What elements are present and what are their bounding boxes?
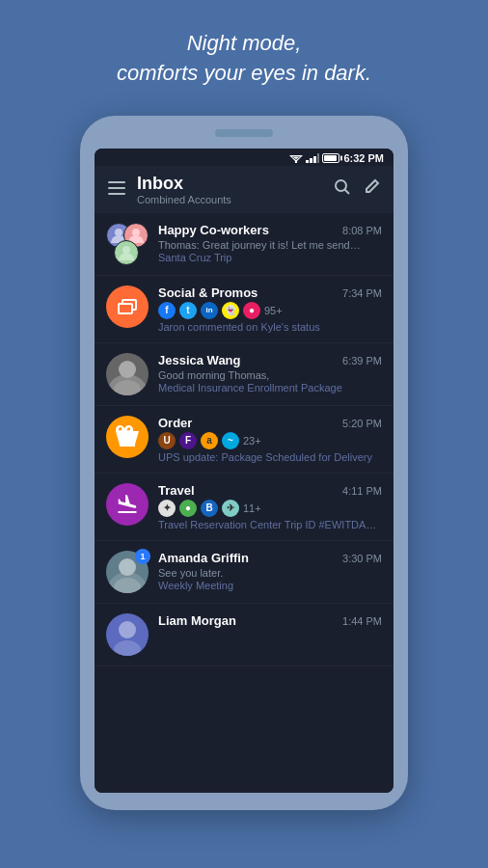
sender-name: Social & Promos xyxy=(158,285,337,300)
travel-badge2: ● xyxy=(179,500,197,517)
fedex-badge: F xyxy=(179,432,197,449)
message-preview: See you later. xyxy=(158,567,382,579)
avatar: 1 xyxy=(106,551,149,593)
message-subject xyxy=(158,642,382,654)
avatar xyxy=(106,223,149,265)
message-content: Jessica Wang 6:39 PM Good morning Thomas… xyxy=(158,353,382,393)
message-content: Liam Morgan 1:44 PM xyxy=(158,613,382,654)
battery-icon xyxy=(322,153,339,163)
top-bar: Inbox Combined Accounts xyxy=(95,166,393,213)
travel-badge3: B xyxy=(201,500,218,517)
search-icon[interactable] xyxy=(334,178,351,200)
status-icons xyxy=(289,153,339,163)
signal-icon xyxy=(306,153,319,163)
message-subject: Medical Insurance Enrollment Package xyxy=(158,382,382,393)
svg-rect-5 xyxy=(310,158,312,163)
message-preview xyxy=(158,630,382,641)
facebook-badge: f xyxy=(158,302,176,319)
svg-rect-6 xyxy=(313,156,316,163)
hamburger-menu-icon[interactable] xyxy=(108,179,125,200)
list-item[interactable]: Order 5:20 PM U F a ~ 23+ UPS update: Pa… xyxy=(95,406,393,474)
notification-badge: 1 xyxy=(135,549,150,564)
message-content: Social & Promos 7:34 PM f t in 👻 ● 95+ J… xyxy=(158,285,382,333)
message-time: 3:30 PM xyxy=(342,553,382,564)
sender-name: Amanda Griffin xyxy=(158,551,337,565)
tagline: Night mode, comforts your eyes in dark. xyxy=(88,29,400,89)
avatar xyxy=(106,613,149,656)
avatar xyxy=(106,483,149,526)
avatar xyxy=(106,416,149,458)
compose-icon[interactable] xyxy=(363,178,380,200)
message-subject: Jaron commented on Kyle's status xyxy=(158,321,382,333)
svg-rect-7 xyxy=(317,153,319,163)
list-item[interactable]: Liam Morgan 1:44 PM xyxy=(95,604,393,666)
list-item[interactable]: Happy Co-workers 8:08 PM Thomas: Great j… xyxy=(95,213,393,276)
avatar xyxy=(106,285,149,328)
svg-point-11 xyxy=(336,180,346,191)
message-preview: Good morning Thomas, xyxy=(158,369,382,381)
sender-name: Jessica Wang xyxy=(158,353,337,367)
svg-point-17 xyxy=(119,361,136,378)
message-preview: Thomas: Great journey it is! Let me send… xyxy=(158,239,382,251)
svg-point-23 xyxy=(119,621,136,638)
status-bar: 6:32 PM xyxy=(95,149,393,166)
message-time: 7:34 PM xyxy=(342,287,382,299)
avatar xyxy=(106,353,149,395)
title-section: Inbox Combined Accounts xyxy=(137,174,322,205)
message-subject: UPS update: Package Scheduled for Delive… xyxy=(158,451,382,463)
social-badge5: ● xyxy=(243,302,260,319)
svg-rect-10 xyxy=(108,193,125,195)
list-item[interactable]: 1 Amanda Griffin 3:30 PM See you later. … xyxy=(95,541,393,604)
message-content: Order 5:20 PM U F a ~ 23+ UPS update: Pa… xyxy=(158,416,382,463)
message-subject: Santa Cruz Trip xyxy=(158,252,382,263)
wifi-icon xyxy=(289,153,303,163)
social-count: 95+ xyxy=(264,305,283,316)
order-icons-row: U F a ~ 23+ xyxy=(158,432,382,449)
phone-screen: 6:32 PM Inbox Combined Accounts xyxy=(95,149,393,793)
svg-point-13 xyxy=(115,229,122,236)
status-time: 6:32 PM xyxy=(343,152,384,164)
message-subject: Travel Reservation Center Trip ID #EWITD… xyxy=(158,519,382,530)
phone-frame: 6:32 PM Inbox Combined Accounts xyxy=(80,116,408,810)
message-time: 5:20 PM xyxy=(342,418,382,429)
travel-icons-row: ✦ ● B ✈ 11+ xyxy=(158,500,382,517)
snapchat-badge: 👻 xyxy=(222,302,239,319)
message-time: 8:08 PM xyxy=(342,225,382,236)
travel-badge4: ✈ xyxy=(222,500,239,517)
message-list: Happy Co-workers 8:08 PM Thomas: Great j… xyxy=(95,213,393,793)
ups-badge: U xyxy=(158,432,176,449)
svg-point-20 xyxy=(119,558,136,576)
top-actions xyxy=(334,178,380,200)
svg-rect-9 xyxy=(108,187,125,189)
travel-count: 11+ xyxy=(243,502,261,514)
phone-speaker xyxy=(215,129,273,137)
message-content: Travel 4:11 PM ✦ ● B ✈ 11+ Travel Reserv… xyxy=(158,483,382,530)
twitter-badge: t xyxy=(179,302,197,319)
svg-line-12 xyxy=(345,190,350,195)
list-item[interactable]: Social & Promos 7:34 PM f t in 👻 ● 95+ J… xyxy=(95,276,393,343)
svg-point-15 xyxy=(122,246,130,254)
social-icons-row: f t in 👻 ● 95+ xyxy=(158,302,382,319)
sender-name: Liam Morgan xyxy=(158,613,337,628)
amazon-badge: a xyxy=(201,432,218,449)
linkedin-badge: in xyxy=(201,302,218,319)
message-subject: Weekly Meeting xyxy=(158,580,382,591)
sender-name: Travel xyxy=(158,483,337,498)
svg-point-14 xyxy=(132,229,140,236)
message-time: 1:44 PM xyxy=(342,615,382,627)
svg-rect-8 xyxy=(108,181,125,183)
sender-name: Happy Co-workers xyxy=(158,223,337,237)
message-time: 6:39 PM xyxy=(342,355,382,366)
message-time: 4:11 PM xyxy=(342,485,382,497)
list-item[interactable]: Travel 4:11 PM ✦ ● B ✈ 11+ Travel Reserv… xyxy=(95,474,393,541)
message-content: Happy Co-workers 8:08 PM Thomas: Great j… xyxy=(158,223,382,263)
inbox-title: Inbox xyxy=(137,174,322,194)
other-badge: ~ xyxy=(222,432,239,449)
sender-name: Order xyxy=(158,416,337,430)
svg-rect-4 xyxy=(306,160,309,163)
order-count: 23+ xyxy=(243,435,261,447)
combined-accounts-label: Combined Accounts xyxy=(137,194,322,205)
message-content: Amanda Griffin 3:30 PM See you later. We… xyxy=(158,551,382,591)
list-item[interactable]: Jessica Wang 6:39 PM Good morning Thomas… xyxy=(95,343,393,406)
travel-badge1: ✦ xyxy=(158,500,176,517)
